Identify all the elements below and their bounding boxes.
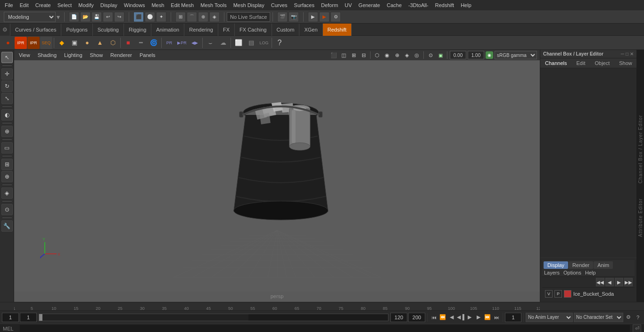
char-set-settings-button[interactable]: ⚙ — [624, 313, 633, 322]
layer-visibility[interactable]: V — [545, 290, 553, 298]
rs-cone-icon[interactable]: ▲ — [94, 37, 106, 49]
cs-tab-edit[interactable]: Edit — [573, 59, 588, 67]
workspace-dropdown[interactable]: Modeling — [4, 12, 56, 22]
rs-bowl-icon[interactable]: ⌣ — [204, 37, 216, 49]
rs-rvp-button[interactable]: ● — [2, 37, 14, 49]
play-back-button[interactable]: ◀▐ — [456, 313, 465, 322]
camera-rotate-field[interactable] — [450, 51, 466, 59]
soft-select-button[interactable]: ◐ — [1, 109, 13, 121]
layer-tab-render[interactable]: Render — [569, 261, 593, 269]
rs-dash-icon[interactable]: ━ — [135, 37, 147, 49]
menu-select[interactable]: Select — [55, 1, 75, 9]
vp-icon3[interactable]: ⊞ — [349, 51, 358, 59]
save-scene-button[interactable]: 💾 — [91, 12, 102, 22]
vp-icon6[interactable]: ◉ — [383, 51, 391, 59]
select-by-component-button[interactable]: ✦ — [156, 12, 166, 22]
anim-layer-dropdown[interactable]: No Anim Layer — [526, 313, 573, 322]
rs-log-icon[interactable]: LOG — [258, 37, 270, 49]
layer-next2-button[interactable]: ▶▶ — [624, 278, 633, 286]
snap-to-point-button[interactable]: ⊕ — [198, 12, 208, 22]
cs-tab-channels[interactable]: Channels — [542, 59, 570, 67]
layer-item[interactable]: V P Ice_Bucket_Soda — [544, 289, 633, 299]
select-tool-button[interactable]: ↖ — [1, 52, 13, 63]
timeline-scrubber[interactable] — [39, 314, 388, 321]
rs-help-icon[interactable]: ? — [273, 37, 286, 49]
undo-button[interactable]: ↩ — [103, 12, 113, 22]
tab-rendering[interactable]: Rendering — [184, 24, 218, 36]
layer-tab-display[interactable]: Display — [544, 261, 568, 269]
vp-menu-show[interactable]: Show — [88, 51, 105, 59]
vp-menu-view[interactable]: View — [17, 51, 32, 59]
menu-generate[interactable]: Generate — [355, 1, 383, 9]
tab-fx[interactable]: FX — [218, 24, 235, 36]
vp-menu-shading[interactable]: Shading — [36, 51, 58, 59]
lasso-select-button[interactable]: ▭ — [1, 142, 13, 154]
layer-prev2-button[interactable]: ◀ — [605, 278, 614, 286]
play-forward-button[interactable]: ▶ — [465, 313, 474, 322]
menu-edit[interactable]: Edit — [17, 1, 32, 9]
vp-icon9[interactable]: ◎ — [413, 51, 421, 59]
menu-curves[interactable]: Curves — [268, 1, 290, 9]
tab-rigging[interactable]: Rigging — [124, 24, 151, 36]
go-to-start-button[interactable]: ⏮ — [429, 313, 438, 322]
menu-mesh-tools[interactable]: Mesh Tools — [198, 1, 229, 9]
render-settings-button[interactable]: ⚙ — [330, 12, 341, 22]
vp-icon7[interactable]: ⊕ — [393, 51, 401, 59]
step-forward-button[interactable]: ⏩ — [483, 313, 492, 322]
menu-deform[interactable]: Deform — [318, 1, 341, 9]
rs-ipr-button[interactable]: IPR — [15, 37, 27, 49]
rs-sphere-icon[interactable]: ● — [81, 37, 93, 49]
tab-polygons[interactable]: Polygons — [61, 24, 92, 36]
layers-menu-item[interactable]: Layers — [544, 270, 560, 275]
menu-redshift[interactable]: Redshift — [432, 1, 457, 9]
layer-tab-anim[interactable]: Anim — [594, 261, 613, 269]
vp-menu-panels[interactable]: Panels — [138, 51, 157, 59]
scale-tool-button[interactable]: ⤡ — [1, 93, 13, 104]
new-scene-button[interactable]: 📄 — [69, 12, 79, 22]
snap-to-surface-button[interactable]: ◈ — [209, 12, 220, 22]
range-end-input[interactable] — [390, 313, 407, 322]
tab-xgen[interactable]: XGen — [299, 24, 322, 36]
color-space-dropdown[interactable]: sRGB gamma — [495, 51, 537, 59]
layer-playback[interactable]: P — [554, 290, 562, 298]
char-set-dropdown[interactable]: No Character Set — [574, 313, 623, 322]
rs-plane-icon[interactable]: ⬡ — [107, 37, 119, 49]
vp-icon11[interactable]: ▣ — [436, 51, 445, 59]
workspace-arrow-icon[interactable]: ▾ — [57, 13, 60, 21]
xray-button[interactable]: ⊙ — [1, 204, 13, 215]
menu-mesh-display[interactable]: Mesh Display — [231, 1, 267, 9]
cb-close-button[interactable]: ✕ — [630, 51, 634, 57]
render-current-button[interactable]: ▶ — [308, 12, 318, 22]
select-by-hierarchy-button[interactable]: ⬛ — [133, 12, 144, 22]
frame-counter-input[interactable] — [505, 313, 521, 322]
menu-mesh[interactable]: Mesh — [149, 1, 167, 9]
menu-create[interactable]: Create — [33, 1, 54, 9]
layer-color-swatch[interactable] — [564, 290, 571, 298]
rs-diamond-icon[interactable]: ◆ — [56, 37, 68, 49]
menu-uv[interactable]: UV — [342, 1, 355, 9]
current-frame-input[interactable] — [2, 313, 19, 322]
menu-surfaces[interactable]: Surfaces — [291, 1, 317, 9]
menu-help[interactable]: Help — [458, 1, 474, 9]
camera-tool1[interactable]: 🎬 — [277, 12, 288, 22]
menu-display[interactable]: Display — [98, 1, 120, 9]
cmd-submit-button[interactable]: ⏎ — [633, 324, 641, 332]
rs-spiral-icon[interactable]: 🌀 — [148, 37, 160, 49]
vp-icon5[interactable]: ⬡ — [373, 51, 381, 59]
menu-file[interactable]: File — [2, 1, 16, 9]
menu-modify[interactable]: Modify — [75, 1, 96, 9]
layers-help-item[interactable]: Help — [585, 270, 596, 275]
layer-prev-button[interactable]: ◀◀ — [596, 278, 604, 286]
open-scene-button[interactable]: 📂 — [80, 12, 91, 22]
vp-menu-lighting[interactable]: Lighting — [62, 51, 84, 59]
rs-render-pr3[interactable]: ◀▶ — [189, 37, 201, 49]
tab-redshift[interactable]: Redshift — [323, 24, 352, 36]
rs-render-pr1[interactable]: PR — [163, 37, 175, 49]
rs-smoke-icon[interactable]: ☁ — [217, 37, 229, 49]
tab-sculpting[interactable]: Sculpting — [93, 24, 124, 36]
namespace-button[interactable]: 🔧 — [1, 220, 13, 232]
command-input[interactable] — [20, 325, 630, 332]
redo-button[interactable]: ↪ — [114, 12, 124, 22]
move-tool-button[interactable]: ✛ — [1, 68, 13, 80]
tab-settings-button[interactable]: ⚙ — [0, 24, 10, 36]
